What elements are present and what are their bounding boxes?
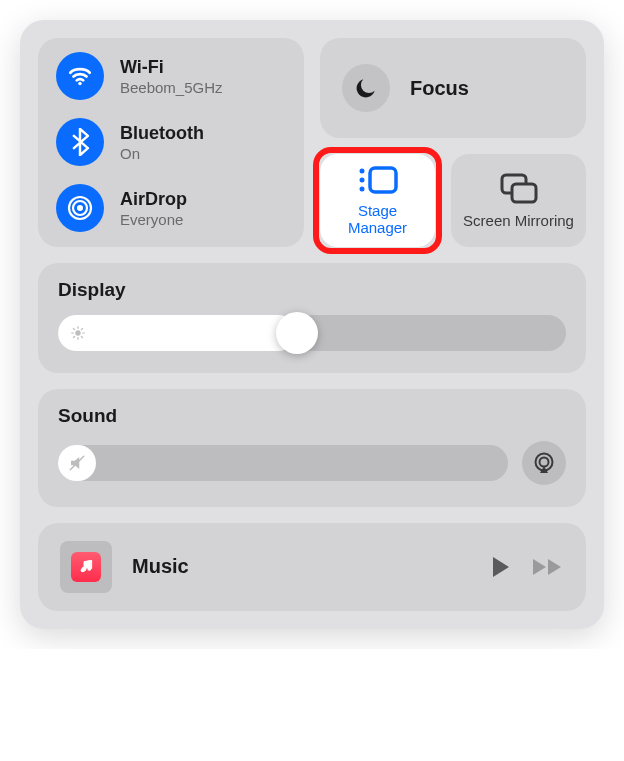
bluetooth-toggle[interactable]: Bluetooth On [56, 118, 286, 166]
volume-slider[interactable] [58, 445, 508, 481]
focus-icon [342, 64, 390, 112]
display-panel: Display [38, 263, 586, 373]
wifi-status: Beebom_5GHz [120, 79, 223, 96]
music-controls [490, 555, 564, 579]
focus-toggle[interactable]: Focus [320, 38, 586, 138]
screen-mirroring-label: Screen Mirroring [463, 212, 574, 229]
svg-point-21 [540, 457, 549, 466]
brightness-slider[interactable] [58, 315, 566, 351]
svg-point-0 [78, 82, 81, 85]
svg-point-4 [359, 169, 364, 174]
brightness-thumb[interactable] [276, 312, 318, 354]
airdrop-title: AirDrop [120, 189, 187, 210]
svg-point-3 [77, 205, 83, 211]
brightness-icon [70, 325, 86, 341]
svg-line-18 [81, 328, 82, 329]
small-tiles-row: Stage Manager Screen Mirroring [320, 154, 586, 247]
sound-panel: Sound [38, 389, 586, 507]
wifi-icon [56, 52, 104, 100]
stage-manager-label: Stage Manager [330, 202, 425, 237]
top-row: Wi-Fi Beebom_5GHz Bluetooth On [38, 38, 586, 247]
music-app-name: Music [132, 555, 470, 578]
airdrop-status: Everyone [120, 211, 187, 228]
bluetooth-title: Bluetooth [120, 123, 204, 144]
bluetooth-status: On [120, 145, 204, 162]
next-track-button[interactable] [532, 557, 564, 577]
play-button[interactable] [490, 555, 512, 579]
wifi-title: Wi-Fi [120, 57, 223, 78]
right-column: Focus Stage Manager [320, 38, 586, 247]
airdrop-toggle[interactable]: AirDrop Everyone [56, 184, 286, 232]
stage-manager-highlight: Stage Manager [320, 154, 435, 247]
svg-line-15 [73, 328, 74, 329]
stage-manager-toggle[interactable]: Stage Manager [320, 154, 435, 247]
screen-mirroring-button[interactable]: Screen Mirroring [451, 154, 586, 247]
music-app-icon [71, 552, 101, 582]
svg-rect-7 [370, 168, 396, 192]
display-title: Display [58, 279, 566, 301]
airplay-audio-button[interactable] [522, 441, 566, 485]
volume-mute-icon [58, 445, 96, 481]
svg-point-6 [359, 187, 364, 192]
connectivity-panel: Wi-Fi Beebom_5GHz Bluetooth On [38, 38, 304, 247]
svg-point-10 [75, 330, 80, 335]
bluetooth-icon [56, 118, 104, 166]
svg-rect-9 [512, 184, 536, 202]
svg-line-16 [81, 336, 82, 337]
svg-point-5 [359, 178, 364, 183]
control-center-panel: Wi-Fi Beebom_5GHz Bluetooth On [20, 20, 604, 629]
wifi-toggle[interactable]: Wi-Fi Beebom_5GHz [56, 52, 286, 100]
stage-manager-icon [356, 164, 400, 196]
screen-mirroring-icon [499, 172, 539, 206]
airplay-icon [532, 451, 556, 475]
focus-title: Focus [410, 77, 469, 100]
svg-line-17 [73, 336, 74, 337]
airdrop-icon [56, 184, 104, 232]
sound-title: Sound [58, 405, 566, 427]
music-panel[interactable]: Music [38, 523, 586, 611]
music-artwork [60, 541, 112, 593]
